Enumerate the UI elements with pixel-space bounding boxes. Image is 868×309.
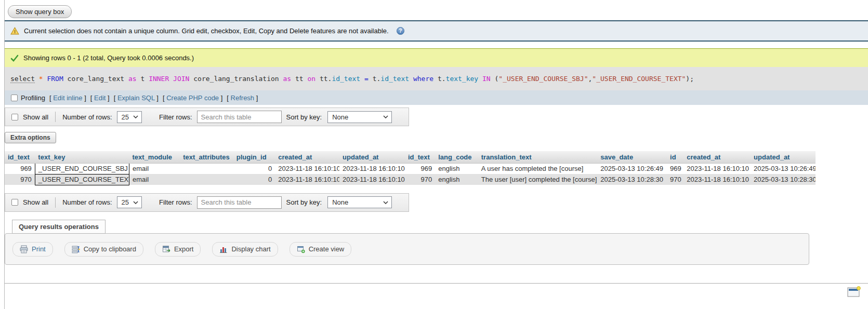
col-header-lang_code[interactable]: lang_code: [435, 151, 478, 163]
sql-token: *: [39, 75, 43, 83]
col-header-id_text[interactable]: id_text: [405, 151, 435, 163]
col-header-text_key[interactable]: text_key: [35, 151, 129, 163]
extra-options-button[interactable]: Extra options: [5, 132, 56, 143]
success-text: Showing rows 0 - 1 (2 total, Query took …: [23, 54, 194, 62]
col-header-id_text[interactable]: id_text: [5, 151, 35, 163]
sql-query-box: select * FROM core_lang_text as t INNER …: [5, 67, 868, 90]
table-cell: 2025-03-13 10:26:49: [751, 163, 816, 174]
sql-token: );: [686, 75, 694, 83]
col-header-text_module[interactable]: text_module: [129, 151, 180, 163]
warning-banner: ! Current selection does not contain a u…: [5, 20, 868, 42]
table-cell: [180, 174, 233, 185]
create-view-button[interactable]: Create view: [290, 242, 352, 257]
results-table: id_texttext_keytext_moduletext_attribute…: [5, 151, 816, 185]
sql-token: INNER JOIN: [149, 75, 189, 83]
display-chart-button[interactable]: Display chart: [212, 242, 278, 257]
sql-token: core_lang_text: [63, 75, 128, 83]
col-header-id[interactable]: id: [667, 151, 683, 163]
table-row: 970_USER_END_COURSE_TEXTemail02023-11-18…: [5, 174, 816, 185]
rows-count-select[interactable]: 25: [117, 196, 142, 208]
table-cell: A user has completed the [course]: [478, 163, 597, 174]
profiling-bar: Profiling [ Edit inline ] [ Edit ] [ Exp…: [5, 90, 868, 105]
table-cell: _USER_END_COURSE_SBJ: [35, 163, 129, 174]
footer-window-icon[interactable]: [847, 286, 861, 299]
sql-token: (: [491, 75, 499, 83]
sql-token: FROM: [47, 75, 63, 83]
profiling-label: Profiling: [21, 94, 45, 102]
sql-token: [35, 75, 39, 83]
show-all-label: Show all: [23, 198, 48, 206]
svg-text:!: !: [14, 29, 16, 34]
show-all-label: Show all: [23, 113, 48, 121]
edit-link[interactable]: Edit: [94, 94, 106, 102]
col-header-updated_at[interactable]: updated_at: [751, 151, 816, 163]
table-cell: 2025-03-13 10:28:30: [597, 174, 667, 185]
table-cell: 2023-11-18 16:10:10: [339, 174, 405, 185]
sql-token: t.: [433, 75, 445, 83]
copy-to-clipboard-button[interactable]: Copy to clipboard: [64, 242, 143, 257]
warning-text: Current selection does not contain a uni…: [24, 27, 389, 35]
print-icon: [20, 245, 28, 253]
table-cell: 2023-11-18 16:10:10: [683, 163, 751, 174]
table-cell: 969: [405, 163, 435, 174]
edit-inline-link[interactable]: Edit inline: [53, 94, 82, 102]
table-cell: 2023-11-18 16:10:10: [683, 174, 751, 185]
chevron-down-icon: [383, 201, 388, 204]
help-icon[interactable]: ?: [397, 27, 404, 35]
col-header-text_attributes[interactable]: text_attributes: [180, 151, 233, 163]
chevron-down-icon: [133, 115, 138, 118]
table-cell: [180, 163, 233, 174]
toolbar-divider: [55, 112, 56, 122]
table-cell: 0: [233, 163, 275, 174]
sort-key-select[interactable]: None: [327, 196, 392, 208]
col-header-updated_at[interactable]: updated_at: [339, 151, 405, 163]
show-all-checkbox[interactable]: [11, 199, 18, 206]
print-button[interactable]: Print: [12, 242, 53, 257]
col-header-save_date[interactable]: save_date: [597, 151, 667, 163]
sql-token: text_key: [446, 75, 479, 83]
show-query-box-button[interactable]: Show query box: [8, 5, 72, 18]
profiling-checkbox[interactable]: [11, 95, 18, 101]
success-banner: Showing rows 0 - 1 (2 total, Query took …: [5, 48, 868, 67]
col-header-plugin_id[interactable]: plugin_id: [233, 151, 275, 163]
col-header-translation_text[interactable]: translation_text: [478, 151, 597, 163]
search-input[interactable]: [197, 196, 282, 209]
table-cell: 2025-03-13 10:28:30: [751, 174, 816, 185]
filter-toolbar-top: Show all Number of rows: 25 Filter rows:…: [5, 108, 409, 126]
sql-token: select: [10, 75, 35, 83]
table-cell: 2023-11-18 16:10:10: [275, 163, 339, 174]
chevron-down-icon: [383, 115, 388, 118]
create-view-icon: [297, 245, 305, 253]
create-php-code-link[interactable]: Create PHP code: [166, 94, 219, 102]
sql-token: IN: [482, 75, 491, 83]
table-cell: english: [435, 174, 478, 185]
table-cell: 969: [667, 163, 683, 174]
sql-token: on: [307, 75, 315, 83]
table-cell: 2023-11-18 16:10:10: [339, 163, 405, 174]
sql-token: where: [413, 75, 433, 83]
toolbar-divider: [55, 197, 56, 208]
show-all-checkbox[interactable]: [11, 114, 18, 120]
explain-sql-link[interactable]: Explain SQL: [117, 94, 155, 102]
sql-token: tt.: [315, 75, 332, 83]
sql-token: as: [128, 75, 137, 83]
operations-legend: Query results operations: [12, 220, 106, 234]
col-header-created_at[interactable]: created_at: [275, 151, 339, 163]
number-of-rows-label: Number of rows:: [62, 198, 112, 206]
refresh-link[interactable]: Refresh: [231, 94, 255, 102]
export-button[interactable]: Export: [155, 242, 201, 257]
sort-key-select[interactable]: None: [327, 111, 392, 123]
table-cell: 970: [5, 174, 35, 185]
table-header-row: id_texttext_keytext_moduletext_attribute…: [5, 151, 816, 163]
col-header-created_at[interactable]: created_at: [683, 151, 751, 163]
sql-token: t.: [369, 75, 380, 83]
sql-token: "_USER_END_COURSE_TEXT": [592, 75, 686, 83]
sql-token: "_USER_END_COURSE_SBJ": [498, 75, 588, 83]
query-results-operations: Query results operations Print Copy to c…: [5, 233, 809, 265]
copy-icon: [72, 245, 80, 253]
sql-token: t: [137, 75, 149, 83]
chart-icon: [219, 245, 228, 253]
table-cell: 970: [667, 174, 683, 185]
rows-count-select[interactable]: 25: [117, 111, 142, 123]
search-input[interactable]: [197, 111, 282, 123]
